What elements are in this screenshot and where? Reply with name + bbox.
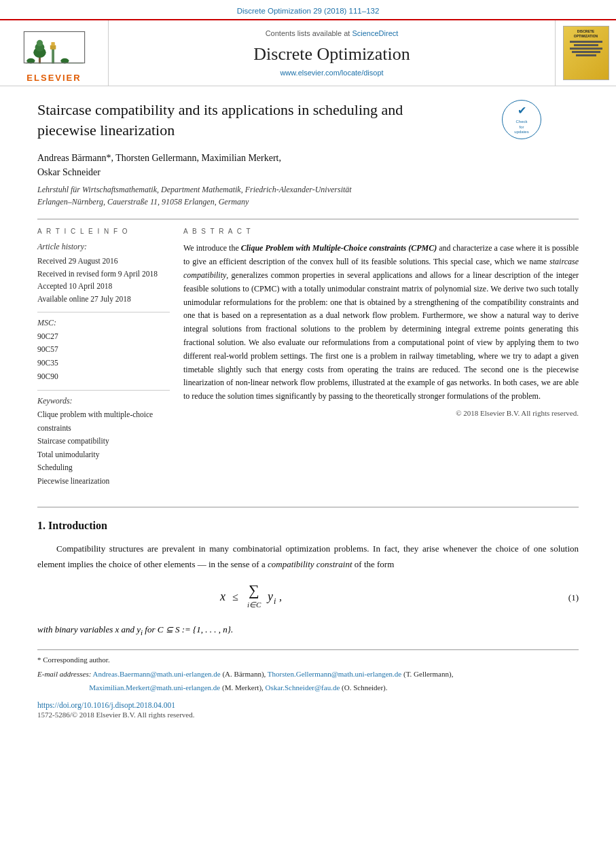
svg-text:,: , [279, 591, 282, 603]
cover-title: DISCRETE OPTIMIZATION [574, 29, 598, 38]
article-title: Staircase compatibility and its applicat… [37, 100, 579, 140]
online-date: Available online 27 July 2018 [37, 293, 170, 305]
msc-code-3: 90C35 [37, 357, 170, 370]
journal-cover-image: DISCRETE OPTIMIZATION [563, 26, 609, 80]
svg-rect-0 [52, 49, 54, 64]
keyword-3: Staircase compatibility [37, 435, 170, 448]
article-info-abstract: A R T I C L E I N F O Article history: R… [37, 219, 579, 495]
msc-code-4: 90C90 [37, 370, 170, 384]
svg-text:y: y [266, 590, 273, 603]
msc-codes: MSC: 90C27 90C57 90C35 90C90 [37, 318, 170, 383]
intro-heading: 1. Introduction [37, 520, 579, 532]
msc-label: MSC: [37, 318, 170, 328]
abstract-heading: A B S T R A C T [183, 228, 579, 235]
footnote-emails-2: (T. Gellermann), Maximilian.Merkert@math… [37, 682, 579, 694]
email-link-2[interactable]: Thorsten.Gellermann@math.uni-erlangen.de [268, 670, 401, 678]
email-link-4[interactable]: Oskar.Schneider@fau.de [266, 683, 340, 692]
keywords: Keywords: Clique problem with multiple-c… [37, 396, 170, 488]
formula-suffix: with binary variables x and yi for C ⊆ S… [37, 624, 579, 637]
history-label: Article history: [37, 242, 170, 252]
elsevier-wordmark: ELSEVIER [26, 73, 81, 83]
copyright: © 2018 Elsevier B.V. All rights reserved… [183, 409, 579, 417]
doi-section: https://doi.org/10.1016/j.disopt.2018.04… [37, 701, 579, 719]
sciencedirect-link: Contents lists available at ScienceDirec… [266, 29, 399, 37]
info-divider-1 [37, 312, 170, 312]
formula-content: x ≤ ∑ i∈C y i , [206, 581, 410, 615]
keyword-1: Clique problem with multiple-choice [37, 408, 170, 422]
intro-paragraph: Compatibility structures are prevalent i… [37, 541, 579, 571]
received-date: Received 29 August 2016 [37, 255, 170, 267]
elsevier-logo-box [10, 31, 98, 71]
svg-text:i: i [274, 596, 276, 606]
keywords-label: Keywords: [37, 396, 170, 406]
svg-text:∑: ∑ [249, 581, 259, 598]
article-info-heading: A R T I C L E I N F O [37, 228, 170, 235]
footnote-emails: E-mail addresses: Andreas.Baermann@math.… [37, 668, 579, 681]
svg-text:≤: ≤ [232, 591, 238, 603]
journal-header-center: Contents lists available at ScienceDirec… [109, 20, 555, 86]
title-row: Staircase compatibility and its applicat… [37, 100, 579, 140]
issn-line: 1572-5286/© 2018 Elsevier B.V. All right… [37, 711, 579, 719]
doi-anchor[interactable]: https://doi.org/10.1016/j.disopt.2018.04… [37, 701, 175, 709]
article-body: Staircase compatibility and its applicat… [0, 86, 616, 732]
footnote-divider [37, 649, 579, 650]
cover-decorative-lines [566, 41, 606, 58]
email-link-3[interactable]: Maximilian.Merkert@math.uni-erlangen.de [89, 683, 220, 692]
check-update-label: Check for updates [514, 120, 528, 135]
doi-link: https://doi.org/10.1016/j.disopt.2018.04… [37, 701, 579, 709]
sciencedirect-anchor[interactable]: ScienceDirect [352, 29, 398, 37]
authors: Andreas Bärmann*, Thorsten Gellermann, M… [37, 151, 579, 179]
revised-date: Received in revised form 9 April 2018 [37, 268, 170, 280]
journal-reference: Discrete Optimization 29 (2018) 111–132 [0, 0, 616, 19]
check-for-updates-badge: ✔ Check for updates [502, 100, 541, 139]
formula-svg: x ≤ ∑ i∈C y i , [206, 581, 410, 612]
svg-rect-2 [51, 42, 54, 46]
msc-code-1: 90C27 [37, 330, 170, 344]
article-history: Article history: Received 29 August 2016… [37, 242, 170, 305]
journal-cover-section: DISCRETE OPTIMIZATION [555, 20, 616, 86]
formula-number: (1) [568, 592, 579, 603]
keyword-6: Piecewise linearization [37, 475, 170, 488]
accepted-date: Accepted 10 April 2018 [37, 280, 170, 292]
check-icon: ✔ [518, 104, 526, 118]
elsevier-logo-section: ELSEVIER [0, 20, 109, 86]
svg-text:x: x [219, 590, 225, 603]
abstract-col: A B S T R A C T We introduce the Clique … [183, 228, 579, 495]
footnote-star: * Corresponding author. [37, 654, 579, 666]
journal-header: ELSEVIER Contents lists available at Sci… [0, 19, 616, 86]
svg-rect-1 [50, 46, 55, 50]
email-link-1[interactable]: Andreas.Baermann@math.uni-erlangen.de [93, 670, 221, 678]
svg-point-6 [36, 40, 42, 46]
info-divider-2 [37, 390, 170, 391]
article-info-col: A R T I C L E I N F O Article history: R… [37, 228, 170, 495]
journal-url: www.elsevier.com/locate/disopt [280, 69, 383, 77]
section-divider [37, 507, 579, 507]
msc-code-2: 90C57 [37, 343, 170, 357]
journal-title: Discrete Optimization [253, 44, 410, 65]
keyword-2: constraints [37, 422, 170, 435]
keyword-5: Scheduling [37, 461, 170, 475]
abstract-text: We introduce the Clique Problem with Mul… [183, 242, 579, 404]
formula-block: x ≤ ∑ i∈C y i , (1) [37, 581, 579, 615]
elsevier-tree-svg [10, 31, 98, 65]
affiliation: Lehrstuhl für Wirtschaftsmathematik, Dep… [37, 183, 579, 208]
svg-text:i∈C: i∈C [247, 601, 261, 609]
keyword-4: Total unimodularity [37, 448, 170, 462]
